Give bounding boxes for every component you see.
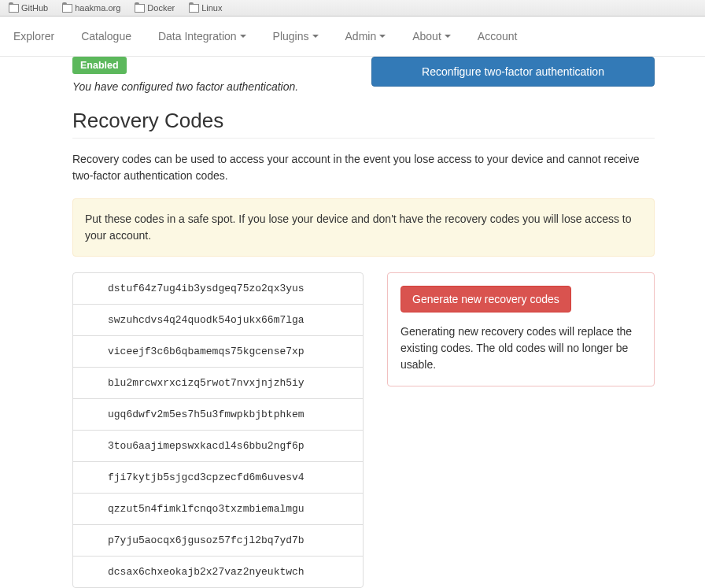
nav-label: About [412, 30, 441, 43]
nav-label: Explorer [13, 30, 54, 43]
bookmark-label: Linux [201, 3, 222, 13]
nav-admin[interactable]: Admin [332, 18, 400, 54]
bookmark-label: haakma.org [75, 3, 120, 13]
warning-text: Put these codes in a safe spot. If you l… [85, 213, 632, 242]
status-left: Enabled You have configured two factor a… [72, 57, 298, 93]
recovery-code: fji7kytjb5sjgcd3cpzecfd6m6uvesv4 [73, 462, 363, 494]
main-content: Enabled You have configured two factor a… [61, 57, 666, 588]
generate-panel: Generate new recovery codes Generating n… [387, 272, 655, 386]
recovery-code: swzuhcdvs4q24quodk54ojukx66m7lga [73, 305, 363, 336]
nav-label: Account [478, 30, 518, 43]
nav-about[interactable]: About [399, 18, 464, 54]
folder-icon [189, 4, 199, 13]
bookmark-linux[interactable]: Linux [183, 2, 227, 14]
bookmark-github[interactable]: GitHub [3, 2, 54, 14]
nav-catalogue[interactable]: Catalogue [68, 18, 145, 54]
chevron-down-icon [445, 35, 451, 38]
folder-icon [135, 4, 145, 13]
nav-account[interactable]: Account [464, 18, 531, 54]
nav-data-integration[interactable]: Data Integration [145, 18, 260, 54]
bookmark-label: GitHub [21, 3, 48, 13]
reconfigure-button[interactable]: Reconfigure two-factor authentication [371, 57, 655, 87]
enabled-badge: Enabled [72, 57, 127, 74]
page-title: Recovery Codes [72, 109, 655, 133]
chevron-down-icon [379, 35, 386, 38]
recovery-code: 3tou6aajimepswxkacdl4s6bbu2ngf6p [73, 431, 363, 462]
recovery-code: viceejf3c6b6qbamemqs75kgcense7xp [73, 336, 363, 368]
codes-row: dstuf64z7ug4ib3ysdgeq75zo2qx3yus swzuhcd… [72, 272, 655, 588]
recovery-code: dstuf64z7ug4ib3ysdgeq75zo2qx3yus [73, 273, 363, 305]
intro-text: Recovery codes can be used to access you… [72, 151, 655, 184]
chevron-down-icon [312, 35, 319, 38]
page-header: Recovery Codes [72, 109, 655, 139]
generate-column: Generate new recovery codes Generating n… [387, 272, 655, 386]
warning-note: Put these codes in a safe spot. If you l… [72, 198, 655, 257]
generate-codes-button[interactable]: Generate new recovery codes [400, 286, 571, 312]
recovery-code: dcsax6chxeokajb2x27vaz2nyeuktwch [73, 557, 363, 587]
status-section: Enabled You have configured two factor a… [72, 57, 655, 93]
recovery-codes-panel: dstuf64z7ug4ib3ysdgeq75zo2qx3yus swzuhcd… [72, 272, 364, 588]
nav-explorer[interactable]: Explorer [0, 18, 68, 54]
recovery-code: qzzut5n4fimklfcnqo3txzmbiemalmgu [73, 494, 363, 525]
recovery-code: ugq6dwfv2m5es7h5u3fmwpkbjbtphkem [73, 399, 363, 431]
bookmark-docker[interactable]: Docker [129, 2, 180, 14]
nav-label: Plugins [273, 30, 309, 43]
recovery-code: p7yju5aocqx6jgusoz57fcjl2bq7yd7b [73, 525, 363, 557]
folder-icon [62, 4, 72, 13]
status-description: You have configured two factor authentic… [72, 80, 298, 93]
browser-bookmarks-toolbar: GitHub haakma.org Docker Linux [0, 0, 705, 17]
codes-column: dstuf64z7ug4ib3ysdgeq75zo2qx3yus swzuhcd… [72, 272, 364, 588]
bookmark-label: Docker [147, 3, 175, 13]
bookmark-haakma[interactable]: haakma.org [57, 2, 126, 14]
nav-label: Data Integration [158, 30, 237, 43]
folder-icon [9, 4, 19, 13]
generate-description: Generating new recovery codes will repla… [400, 324, 641, 373]
nav-label: Catalogue [81, 30, 131, 43]
recovery-code: blu2mrcwxrxcizq5rwot7nvxjnjzh5iy [73, 368, 363, 399]
chevron-down-icon [240, 35, 246, 38]
main-navbar: Explorer Catalogue Data Integration Plug… [0, 17, 705, 57]
nav-plugins[interactable]: Plugins [260, 18, 332, 54]
nav-label: Admin [345, 30, 377, 43]
